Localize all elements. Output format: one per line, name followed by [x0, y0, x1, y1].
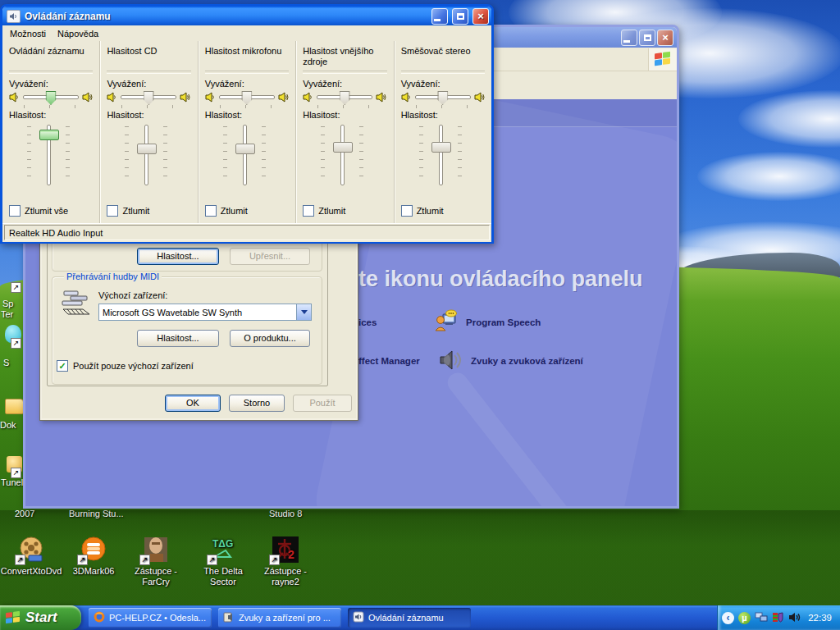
balance-slider[interactable]: [401, 92, 485, 103]
mute-row[interactable]: Ztlumit vše: [9, 205, 68, 217]
mute-checkbox[interactable]: [107, 205, 118, 217]
default-only-row[interactable]: ✓ Použít pouze výchozí zařízení: [57, 360, 194, 372]
volume-track[interactable]: [243, 125, 247, 185]
volume-slider[interactable]: [25, 125, 71, 185]
volume-track[interactable]: [144, 125, 148, 185]
mute-row[interactable]: Ztlumit: [303, 205, 345, 217]
partial-icon-label[interactable]: Ter: [1, 309, 13, 319]
mute-checkbox[interactable]: [401, 205, 413, 217]
mute-row[interactable]: Ztlumit: [401, 205, 444, 217]
start-button[interactable]: Start: [0, 605, 81, 630]
midi-group-label: Přehrávání hudby MIDI: [64, 272, 162, 281]
volume-slider[interactable]: [418, 125, 463, 185]
network-icon[interactable]: [755, 611, 768, 625]
recording-titlebar[interactable]: Ovládání záznamu ×: [2, 7, 491, 25]
desktop-icon-farcry[interactable]: ↗ Zástupce - FarCry: [125, 536, 187, 587]
slider-ticks: [125, 126, 129, 184]
partial-icon-label[interactable]: Tunel: [1, 477, 23, 487]
playback-volume-button[interactable]: Hlasitost...: [137, 248, 219, 265]
balance-thumb[interactable]: [144, 91, 154, 105]
balance-track[interactable]: [219, 95, 275, 99]
volume-thumb[interactable]: [137, 144, 157, 154]
volume-thumb[interactable]: [431, 142, 451, 153]
menu-item-options[interactable]: Možnosti: [4, 27, 52, 40]
shortcut-arrow-icon[interactable]: ↗: [11, 338, 21, 349]
balance-slider[interactable]: [205, 92, 289, 103]
desktop-icon-convertxtodvd[interactable]: ↗ ConvertXtoDvd: [0, 536, 62, 577]
cp-item-program-speech[interactable]: Program Speech: [434, 309, 541, 336]
volume-slider[interactable]: [221, 125, 267, 185]
minimize-button[interactable]: [431, 8, 448, 25]
mute-checkbox[interactable]: [205, 205, 217, 217]
cp-item-truncated-2[interactable]: ffect Manager: [358, 356, 420, 366]
slider-ticks: [359, 126, 363, 184]
combobox-value: Microsoft GS Wavetable SW Synth: [99, 308, 296, 317]
volume-mixer-icon: [7, 10, 21, 23]
balance-slider[interactable]: [9, 92, 93, 103]
menu-item-help[interactable]: Nápověda: [52, 27, 104, 40]
folder-icon[interactable]: [5, 399, 24, 414]
midi-about-button[interactable]: O produktu...: [230, 330, 310, 347]
mute-row[interactable]: Ztlumit: [205, 205, 248, 217]
balance-label: Vyvážení:: [9, 79, 99, 89]
minimize-button[interactable]: [621, 30, 637, 46]
cp-item-truncated-1[interactable]: ices: [358, 317, 377, 327]
playback-advanced-button[interactable]: Upřesnit...: [230, 248, 310, 265]
close-button[interactable]: ×: [657, 30, 673, 46]
mute-checkbox[interactable]: [303, 205, 314, 217]
volume-slider[interactable]: [123, 125, 169, 185]
close-button[interactable]: ×: [472, 8, 489, 25]
utorrent-icon[interactable]: µ: [738, 612, 751, 624]
shortcut-arrow-icon[interactable]: ↗: [11, 282, 21, 293]
tray-clock[interactable]: 22:39: [808, 613, 840, 623]
balance-slider[interactable]: [303, 92, 386, 103]
volume-thumb[interactable]: [333, 142, 353, 153]
ok-button[interactable]: OK: [165, 395, 221, 412]
hide-icons-chevron[interactable]: ‹: [722, 612, 734, 624]
balance-thumb[interactable]: [241, 91, 252, 105]
desktop-icon-rayne2[interactable]: 2 ↗ Zástupce - rayne2: [254, 536, 317, 587]
balance-track[interactable]: [121, 95, 176, 99]
volume-thumb[interactable]: [235, 144, 255, 154]
taskbar-task-sounds[interactable]: Zvuky a zařízení pro ...: [218, 608, 341, 628]
apply-button[interactable]: Použít: [293, 395, 352, 412]
balance-track[interactable]: [317, 95, 372, 99]
slider-ticks: [321, 126, 325, 184]
maximize-button[interactable]: [452, 8, 468, 25]
default-only-checkbox[interactable]: ✓: [57, 360, 68, 372]
balance-thumb[interactable]: [437, 91, 448, 105]
desktop-icon-delta-sector[interactable]: TΔG ↗ The Delta Sector: [192, 536, 254, 587]
cp-item-sounds-devices[interactable]: Zvuky a zvuková zařízení: [437, 347, 583, 375]
taskbar-task-recording[interactable]: Ovládání záznamu: [348, 608, 471, 628]
mute-row[interactable]: Ztlumit: [107, 205, 149, 217]
partial-icon-label[interactable]: Sp: [2, 299, 13, 308]
partial-icon-label[interactable]: 2007: [15, 509, 34, 518]
partial-icon-label[interactable]: S: [3, 358, 9, 368]
balance-thumb[interactable]: [46, 91, 57, 105]
partial-icon-label[interactable]: Burning Stu...: [69, 509, 124, 518]
volume-icon[interactable]: [788, 611, 801, 625]
cancel-button[interactable]: Storno: [229, 395, 285, 412]
midi-device-combobox[interactable]: Microsoft GS Wavetable SW Synth: [98, 304, 312, 321]
chevron-down-icon[interactable]: [296, 304, 311, 320]
balance-slider[interactable]: [107, 92, 190, 103]
taskbar-task-firefox[interactable]: PC-HELP.CZ • Odesla...: [89, 608, 212, 628]
midi-volume-button[interactable]: Hlasitost...: [137, 330, 219, 347]
volume-thumb[interactable]: [39, 130, 59, 140]
partial-icon-label[interactable]: Dok: [0, 420, 16, 430]
balance-thumb[interactable]: [340, 91, 350, 105]
maximize-button[interactable]: [639, 30, 655, 46]
balance-track[interactable]: [23, 95, 79, 99]
shortcut-arrow-icon: ↗: [15, 555, 25, 565]
partial-icon-label[interactable]: Studio 8: [269, 509, 302, 518]
audio-properties-dialog: Hlasitost... Upřesnit... Přehrávání hudb…: [39, 221, 358, 421]
desktop-icon-label: rayne2: [254, 577, 317, 587]
desktop-icon-3dmark06[interactable]: ↗ 3DMark06: [62, 536, 125, 577]
volume-track[interactable]: [340, 125, 345, 185]
security-icon[interactable]: [772, 611, 784, 625]
speaker-left-icon: [9, 92, 20, 103]
mute-checkbox[interactable]: [9, 205, 21, 217]
balance-track[interactable]: [415, 95, 471, 99]
volume-slider[interactable]: [319, 125, 365, 185]
volume-track[interactable]: [439, 125, 443, 185]
